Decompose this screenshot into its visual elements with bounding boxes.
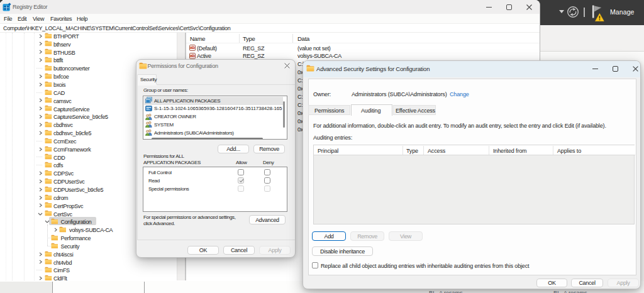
svg-text:ab: ab: [190, 45, 195, 50]
svg-text:ab: ab: [190, 53, 195, 58]
